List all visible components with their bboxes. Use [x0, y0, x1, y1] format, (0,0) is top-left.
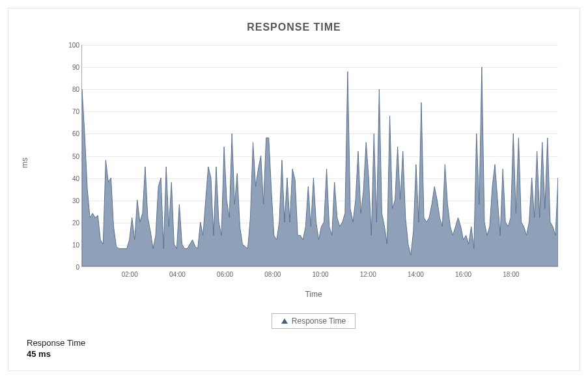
y-tick-label: 0 [63, 264, 79, 271]
y-tick-label: 60 [63, 130, 79, 137]
x-axis-label: Time [62, 290, 565, 299]
x-tick-label: 16:00 [455, 271, 471, 278]
y-tick-label: 100 [63, 42, 79, 49]
chart-area: ms 010203040506070809010002:0004:0006:00… [62, 40, 559, 287]
y-tick-label: 50 [63, 152, 79, 160]
x-tick-label: 04:00 [169, 271, 186, 278]
y-tick-label: 90 [63, 64, 79, 71]
x-tick-label: 10:00 [312, 271, 328, 278]
y-axis-label: ms [20, 158, 29, 168]
y-tick-label: 70 [63, 108, 79, 115]
chart-title: RESPONSE TIME [23, 21, 565, 33]
y-tick-label: 20 [63, 219, 79, 226]
summary-label: Response Time [27, 338, 85, 348]
x-tick-label: 12:00 [360, 271, 376, 278]
legend: Response Time [62, 313, 565, 329]
x-tick-label: 14:00 [408, 271, 424, 278]
legend-label: Response Time [292, 316, 346, 326]
legend-item[interactable]: Response Time [272, 313, 356, 329]
x-tick-label: 08:00 [264, 271, 281, 278]
legend-swatch-icon [281, 318, 288, 324]
y-tick-label: 80 [63, 86, 79, 93]
summary-block: Response Time 45 ms [27, 338, 85, 359]
x-tick-label: 02:00 [122, 271, 138, 278]
plot-region[interactable]: 010203040506070809010002:0004:0006:0008:… [81, 45, 558, 267]
area-series [82, 45, 558, 266]
summary-value: 45 ms [27, 349, 85, 359]
chart-panel: RESPONSE TIME ms 01020304050607080901000… [8, 8, 580, 371]
x-tick-label: 18:00 [503, 271, 519, 278]
x-tick-label: 06:00 [217, 271, 233, 278]
y-tick-label: 10 [63, 241, 79, 248]
y-tick-label: 30 [63, 197, 79, 204]
y-tick-label: 40 [63, 175, 79, 182]
